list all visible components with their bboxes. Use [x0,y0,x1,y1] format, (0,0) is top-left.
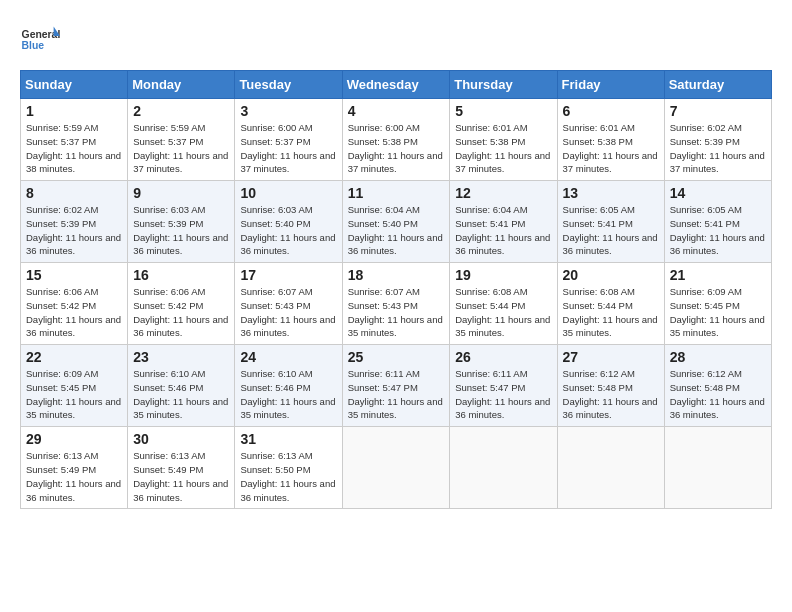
day-number: 2 [133,103,229,119]
day-info: Sunrise: 6:00 AMSunset: 5:38 PMDaylight:… [348,122,443,174]
day-number: 12 [455,185,551,201]
calendar-cell: 31 Sunrise: 6:13 AMSunset: 5:50 PMDaylig… [235,427,342,509]
day-info: Sunrise: 6:02 AMSunset: 5:39 PMDaylight:… [670,122,765,174]
logo-icon: General Blue [20,20,60,60]
day-info: Sunrise: 6:12 AMSunset: 5:48 PMDaylight:… [670,368,765,420]
day-info: Sunrise: 6:07 AMSunset: 5:43 PMDaylight:… [240,286,335,338]
calendar-cell: 22 Sunrise: 6:09 AMSunset: 5:45 PMDaylig… [21,345,128,427]
calendar-week-5: 29 Sunrise: 6:13 AMSunset: 5:49 PMDaylig… [21,427,772,509]
day-info: Sunrise: 6:02 AMSunset: 5:39 PMDaylight:… [26,204,121,256]
day-info: Sunrise: 6:07 AMSunset: 5:43 PMDaylight:… [348,286,443,338]
day-number: 27 [563,349,659,365]
calendar-cell: 10 Sunrise: 6:03 AMSunset: 5:40 PMDaylig… [235,181,342,263]
calendar-cell: 5 Sunrise: 6:01 AMSunset: 5:38 PMDayligh… [450,99,557,181]
calendar-cell [450,427,557,509]
day-number: 7 [670,103,766,119]
calendar-header-thursday: Thursday [450,71,557,99]
day-info: Sunrise: 6:06 AMSunset: 5:42 PMDaylight:… [26,286,121,338]
calendar-header-row: SundayMondayTuesdayWednesdayThursdayFrid… [21,71,772,99]
day-number: 30 [133,431,229,447]
day-number: 4 [348,103,445,119]
day-info: Sunrise: 6:10 AMSunset: 5:46 PMDaylight:… [240,368,335,420]
calendar-cell [557,427,664,509]
day-info: Sunrise: 6:13 AMSunset: 5:49 PMDaylight:… [26,450,121,502]
calendar-cell: 9 Sunrise: 6:03 AMSunset: 5:39 PMDayligh… [128,181,235,263]
day-number: 9 [133,185,229,201]
day-info: Sunrise: 6:04 AMSunset: 5:41 PMDaylight:… [455,204,550,256]
day-info: Sunrise: 6:11 AMSunset: 5:47 PMDaylight:… [348,368,443,420]
logo: General Blue [20,20,60,60]
day-info: Sunrise: 6:03 AMSunset: 5:40 PMDaylight:… [240,204,335,256]
calendar-cell: 23 Sunrise: 6:10 AMSunset: 5:46 PMDaylig… [128,345,235,427]
calendar-header-monday: Monday [128,71,235,99]
day-info: Sunrise: 6:01 AMSunset: 5:38 PMDaylight:… [455,122,550,174]
day-number: 21 [670,267,766,283]
day-number: 14 [670,185,766,201]
day-info: Sunrise: 6:10 AMSunset: 5:46 PMDaylight:… [133,368,228,420]
day-number: 19 [455,267,551,283]
calendar-cell: 1 Sunrise: 5:59 AMSunset: 5:37 PMDayligh… [21,99,128,181]
day-info: Sunrise: 6:00 AMSunset: 5:37 PMDaylight:… [240,122,335,174]
calendar-cell [664,427,771,509]
calendar-cell: 28 Sunrise: 6:12 AMSunset: 5:48 PMDaylig… [664,345,771,427]
calendar-cell: 6 Sunrise: 6:01 AMSunset: 5:38 PMDayligh… [557,99,664,181]
calendar-cell: 14 Sunrise: 6:05 AMSunset: 5:41 PMDaylig… [664,181,771,263]
calendar-cell: 19 Sunrise: 6:08 AMSunset: 5:44 PMDaylig… [450,263,557,345]
calendar-cell: 21 Sunrise: 6:09 AMSunset: 5:45 PMDaylig… [664,263,771,345]
day-number: 17 [240,267,336,283]
day-number: 22 [26,349,122,365]
calendar-cell: 2 Sunrise: 5:59 AMSunset: 5:37 PMDayligh… [128,99,235,181]
day-number: 1 [26,103,122,119]
calendar-cell: 25 Sunrise: 6:11 AMSunset: 5:47 PMDaylig… [342,345,450,427]
day-number: 6 [563,103,659,119]
calendar-cell: 26 Sunrise: 6:11 AMSunset: 5:47 PMDaylig… [450,345,557,427]
day-number: 28 [670,349,766,365]
calendar-cell: 11 Sunrise: 6:04 AMSunset: 5:40 PMDaylig… [342,181,450,263]
calendar-cell: 3 Sunrise: 6:00 AMSunset: 5:37 PMDayligh… [235,99,342,181]
calendar-cell: 29 Sunrise: 6:13 AMSunset: 5:49 PMDaylig… [21,427,128,509]
day-number: 18 [348,267,445,283]
day-info: Sunrise: 6:08 AMSunset: 5:44 PMDaylight:… [563,286,658,338]
day-info: Sunrise: 6:11 AMSunset: 5:47 PMDaylight:… [455,368,550,420]
day-info: Sunrise: 6:13 AMSunset: 5:50 PMDaylight:… [240,450,335,502]
svg-text:Blue: Blue [22,40,45,51]
day-number: 25 [348,349,445,365]
day-number: 29 [26,431,122,447]
day-info: Sunrise: 6:05 AMSunset: 5:41 PMDaylight:… [563,204,658,256]
day-number: 15 [26,267,122,283]
calendar-cell: 7 Sunrise: 6:02 AMSunset: 5:39 PMDayligh… [664,99,771,181]
day-info: Sunrise: 6:06 AMSunset: 5:42 PMDaylight:… [133,286,228,338]
day-number: 20 [563,267,659,283]
calendar-cell: 16 Sunrise: 6:06 AMSunset: 5:42 PMDaylig… [128,263,235,345]
day-info: Sunrise: 6:12 AMSunset: 5:48 PMDaylight:… [563,368,658,420]
calendar-cell: 13 Sunrise: 6:05 AMSunset: 5:41 PMDaylig… [557,181,664,263]
calendar-cell: 15 Sunrise: 6:06 AMSunset: 5:42 PMDaylig… [21,263,128,345]
day-info: Sunrise: 6:03 AMSunset: 5:39 PMDaylight:… [133,204,228,256]
day-info: Sunrise: 6:13 AMSunset: 5:49 PMDaylight:… [133,450,228,502]
day-info: Sunrise: 6:08 AMSunset: 5:44 PMDaylight:… [455,286,550,338]
calendar-cell: 12 Sunrise: 6:04 AMSunset: 5:41 PMDaylig… [450,181,557,263]
day-number: 23 [133,349,229,365]
day-number: 11 [348,185,445,201]
calendar-week-2: 8 Sunrise: 6:02 AMSunset: 5:39 PMDayligh… [21,181,772,263]
calendar-header-wednesday: Wednesday [342,71,450,99]
day-info: Sunrise: 6:09 AMSunset: 5:45 PMDaylight:… [26,368,121,420]
calendar-header-sunday: Sunday [21,71,128,99]
day-info: Sunrise: 6:09 AMSunset: 5:45 PMDaylight:… [670,286,765,338]
calendar-cell: 18 Sunrise: 6:07 AMSunset: 5:43 PMDaylig… [342,263,450,345]
calendar-cell: 17 Sunrise: 6:07 AMSunset: 5:43 PMDaylig… [235,263,342,345]
calendar-cell: 27 Sunrise: 6:12 AMSunset: 5:48 PMDaylig… [557,345,664,427]
day-info: Sunrise: 5:59 AMSunset: 5:37 PMDaylight:… [133,122,228,174]
day-number: 10 [240,185,336,201]
day-number: 5 [455,103,551,119]
calendar-table: SundayMondayTuesdayWednesdayThursdayFrid… [20,70,772,509]
calendar-week-3: 15 Sunrise: 6:06 AMSunset: 5:42 PMDaylig… [21,263,772,345]
calendar-cell: 24 Sunrise: 6:10 AMSunset: 5:46 PMDaylig… [235,345,342,427]
day-info: Sunrise: 5:59 AMSunset: 5:37 PMDaylight:… [26,122,121,174]
day-number: 3 [240,103,336,119]
day-number: 26 [455,349,551,365]
calendar-week-4: 22 Sunrise: 6:09 AMSunset: 5:45 PMDaylig… [21,345,772,427]
calendar-cell: 4 Sunrise: 6:00 AMSunset: 5:38 PMDayligh… [342,99,450,181]
calendar-header-saturday: Saturday [664,71,771,99]
day-number: 13 [563,185,659,201]
